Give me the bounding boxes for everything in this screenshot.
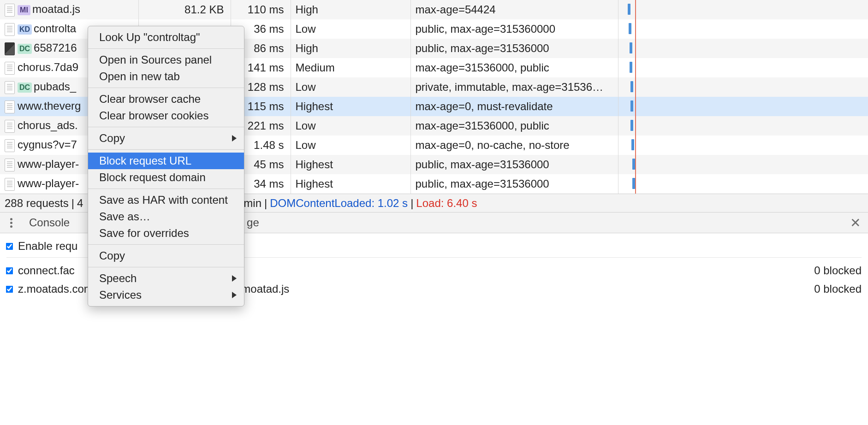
request-name: www.theverg <box>18 100 81 112</box>
menu-divider <box>88 149 244 150</box>
context-menu[interactable]: Look Up "controltag" Open in Sources pan… <box>88 26 244 307</box>
menu-services-label: Services <box>99 289 142 301</box>
cell-waterfall <box>618 174 868 194</box>
waterfall-bar <box>630 120 633 131</box>
menu-divider <box>88 267 244 267</box>
menu-save-overrides[interactable]: Save for overrides <box>88 225 244 242</box>
waterfall-bar <box>630 62 632 73</box>
close-icon[interactable]: ✕ <box>846 215 864 230</box>
cell-cache: private, immutable, max-age=31536… <box>410 77 618 97</box>
enable-blocking-checkbox[interactable] <box>6 242 13 250</box>
cell-waterfall <box>618 0 868 19</box>
file-icon <box>5 42 15 55</box>
waterfall-load-line <box>635 0 636 19</box>
menu-copy[interactable]: Copy <box>88 130 244 147</box>
chevron-right-icon <box>232 292 237 298</box>
request-name: chorus.7da9 <box>18 61 78 73</box>
menu-divider <box>88 244 244 245</box>
menu-clear-cookies[interactable]: Clear browser cookies <box>88 107 244 124</box>
menu-divider <box>88 88 244 88</box>
waterfall-load-line <box>635 155 636 174</box>
menu-divider <box>88 127 244 127</box>
separator: | <box>71 197 74 210</box>
menu-save-as[interactable]: Save as… <box>88 208 244 225</box>
file-icon <box>5 139 15 152</box>
file-icon <box>5 4 15 17</box>
cell-waterfall <box>618 39 868 58</box>
menu-block-domain[interactable]: Block request domain <box>88 169 244 186</box>
file-icon <box>5 100 15 113</box>
waterfall-bar <box>629 23 631 34</box>
waterfall-load-line <box>635 116 636 136</box>
cell-waterfall <box>618 155 868 174</box>
cell-cache: public, max-age=31536000 <box>410 155 618 174</box>
cell-cache: max-age=0, must-revalidate <box>410 97 618 116</box>
menu-lookup[interactable]: Look Up "controltag" <box>88 29 244 46</box>
cell-time: 110 ms <box>231 0 291 19</box>
cell-priority: Highest <box>291 97 410 116</box>
menu-clear-cache[interactable]: Clear browser cache <box>88 91 244 107</box>
chevron-right-icon <box>232 135 237 142</box>
tab-console[interactable]: Console <box>19 212 80 233</box>
request-name: www-player- <box>18 158 79 170</box>
separator: | <box>410 197 413 210</box>
menu-save-har[interactable]: Save as HAR with content <box>88 192 244 208</box>
blocked-pattern-checkbox[interactable] <box>6 285 13 293</box>
waterfall-load-line <box>635 77 636 97</box>
min-suffix: min <box>244 197 262 210</box>
file-icon <box>5 23 15 36</box>
cell-cache: max-age=31536000, public <box>410 58 618 77</box>
enable-blocking-label: Enable requ <box>18 240 77 253</box>
file-icon <box>5 81 15 94</box>
initiator-badge: DC <box>18 83 32 93</box>
menu-services[interactable]: Services <box>88 287 244 303</box>
cell-priority: Low <box>291 77 410 97</box>
blocked-count: 0 blocked <box>814 283 862 295</box>
load-label: Load: 6.40 s <box>416 197 477 210</box>
file-icon <box>5 178 15 191</box>
waterfall-bar <box>630 81 633 92</box>
waterfall-load-line <box>635 58 636 77</box>
cell-waterfall <box>618 97 868 116</box>
menu-open-tab[interactable]: Open in new tab <box>88 68 244 85</box>
menu-speech[interactable]: Speech <box>88 270 244 287</box>
cell-cache: public, max-age=31536000 <box>410 174 618 194</box>
menu-copy-2[interactable]: Copy <box>88 248 244 264</box>
request-name: pubads_ <box>34 80 76 93</box>
cell-size: 81.2 KB <box>138 0 231 19</box>
request-name: controlta <box>34 22 76 35</box>
chevron-right-icon <box>232 275 237 282</box>
blocked-pattern-url: connect.fac <box>18 264 75 277</box>
request-name: cygnus?v=7 <box>18 138 77 151</box>
file-icon <box>5 120 15 133</box>
waterfall-bar <box>632 159 635 170</box>
file-icon <box>5 62 15 75</box>
cell-name[interactable]: MImoatad.js <box>0 0 138 19</box>
initiator-badge: KD <box>18 24 32 35</box>
cell-waterfall <box>618 58 868 77</box>
request-name: moatad.js <box>32 3 80 15</box>
cell-priority: Low <box>291 116 410 136</box>
blocked-pattern-checkbox[interactable] <box>6 267 13 274</box>
drawer-menu-icon[interactable] <box>4 218 19 228</box>
cell-priority: High <box>291 0 410 19</box>
cell-priority: Medium <box>291 58 410 77</box>
request-name: chorus_ads. <box>18 119 78 131</box>
menu-divider <box>88 189 244 189</box>
network-row[interactable]: MImoatad.js81.2 KB110 msHighmax-age=5442… <box>0 0 868 19</box>
cell-cache: public, max-age=31536000 <box>410 39 618 58</box>
cell-cache: public, max-age=315360000 <box>410 19 618 39</box>
menu-block-url[interactable]: Block request URL <box>88 153 244 169</box>
cell-waterfall <box>618 77 868 97</box>
waterfall-bar <box>631 139 634 150</box>
cell-priority: Highest <box>291 174 410 194</box>
cell-cache: max-age=0, no-cache, no-store <box>410 136 618 155</box>
initiator-badge: MI <box>18 5 30 15</box>
cell-priority: Low <box>291 19 410 39</box>
waterfall-load-line <box>635 174 636 194</box>
request-name: 6587216 <box>34 41 77 54</box>
menu-open-sources[interactable]: Open in Sources panel <box>88 52 244 68</box>
dom-content-loaded-label: DOMContentLoaded: 1.02 s <box>270 197 408 210</box>
waterfall-load-line <box>635 136 636 155</box>
waterfall-bar <box>632 178 635 189</box>
